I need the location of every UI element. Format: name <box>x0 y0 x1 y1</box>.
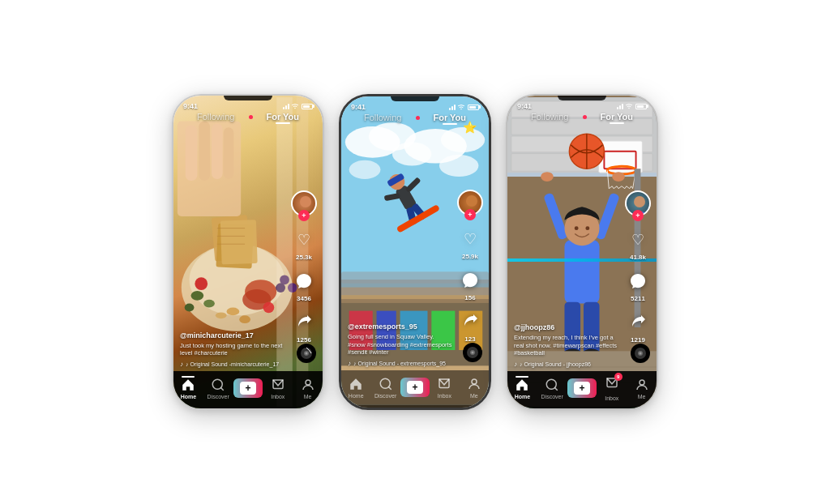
plus-button[interactable]: + <box>233 378 263 398</box>
food-comment-button[interactable]: 3456 <box>292 269 316 302</box>
bball-like-button[interactable]: ♡ 41.8k <box>626 228 650 261</box>
discover-label: Discover <box>208 394 229 399</box>
bball-follow-button[interactable]: + <box>632 210 644 221</box>
bball-likes-count: 41.8k <box>630 254 646 261</box>
svg-point-65 <box>380 378 390 388</box>
snow-shares-count: 123 <box>464 335 475 343</box>
food-shares-count: 1256 <box>297 336 311 344</box>
food-nav-discover[interactable]: Discover <box>203 378 233 399</box>
svg-point-39 <box>392 142 431 165</box>
snow-sound-info: ♪ ♪ Original Sound - extremesports_95 <box>348 360 452 367</box>
status-time-food: 9:41 <box>183 102 198 110</box>
phone-snow-side-actions: + ♡ 25.9k 156 <box>457 190 483 343</box>
bball-me-label: Me <box>638 394 646 399</box>
phone-basketball-wrapper: 9:41 <box>506 94 658 410</box>
bball-nav-plus[interactable]: + <box>567 378 597 398</box>
snow-inbox-label: Inbox <box>438 393 451 399</box>
svg-point-27 <box>216 312 227 318</box>
snow-nav-discover[interactable]: Discover <box>370 377 400 399</box>
music-note-icon: ♪ <box>180 361 183 368</box>
svg-point-98 <box>640 352 642 355</box>
svg-rect-19 <box>186 125 198 181</box>
basketball-status-icons <box>617 103 647 109</box>
svg-point-100 <box>640 380 644 385</box>
snow-caption: Going full send in Squaw Valley. #snow #… <box>348 333 452 357</box>
food-nav-me[interactable]: Me <box>293 378 323 399</box>
home-label: Home <box>181 394 196 399</box>
phone-food-screen: 9:41 <box>173 96 323 408</box>
bball-battery-icon <box>635 104 647 109</box>
phone-food-notch <box>224 96 272 100</box>
food-nav-plus[interactable]: + <box>233 378 263 398</box>
bball-nav-home[interactable]: Home <box>507 378 537 399</box>
for-you-tab[interactable]: For You <box>266 112 299 122</box>
snow-share-icon <box>458 310 482 334</box>
following-tab[interactable]: Following <box>197 112 234 122</box>
snow-like-button[interactable]: ♡ 25.9k <box>458 227 482 260</box>
bball-comment-button[interactable]: 5211 <box>626 269 650 302</box>
phone-food-nav-tabs: Following For You <box>173 112 323 122</box>
food-nav-home[interactable]: Home <box>173 378 203 399</box>
snow-following-tab[interactable]: Following <box>364 113 401 122</box>
svg-point-31 <box>306 352 308 355</box>
svg-rect-21 <box>212 123 223 179</box>
snow-discover-icon <box>379 377 393 391</box>
snow-nav-home[interactable]: Home <box>341 377 370 399</box>
me-label: Me <box>304 394 312 399</box>
phone-basketball-side-actions: + ♡ 41.8k 5211 <box>625 190 651 344</box>
snow-for-you-tab[interactable]: For You <box>433 113 466 122</box>
snow-heart-icon: ♡ <box>458 227 482 251</box>
food-sound-info: ♪ ♪ Original Sound -minicharcuterie_17 <box>180 361 286 368</box>
status-time-basketball: 9:41 <box>517 102 532 110</box>
home-icon <box>181 378 195 392</box>
svg-point-25 <box>227 308 240 316</box>
svg-point-8 <box>191 291 204 301</box>
status-time-snow: 9:41 <box>351 103 366 111</box>
snow-follow-button[interactable]: + <box>464 209 476 220</box>
plus-icon: + <box>240 382 256 395</box>
bball-share-button[interactable]: 1219 <box>626 310 650 344</box>
food-follow-button[interactable]: + <box>298 210 310 221</box>
bball-shares-count: 1219 <box>631 336 645 344</box>
food-like-button[interactable]: ♡ 25.3k <box>292 228 316 261</box>
bball-heart-icon: ♡ <box>626 228 650 252</box>
live-dot <box>249 115 253 119</box>
bball-for-you-tab[interactable]: For You <box>600 112 633 122</box>
snow-nav-plus[interactable]: + <box>400 378 430 397</box>
food-nav-inbox[interactable]: Inbox <box>263 378 293 399</box>
bball-inbox-label: Inbox <box>605 395 618 401</box>
bball-comments-count: 5211 <box>631 295 645 302</box>
food-share-button[interactable]: 1256 <box>292 310 316 344</box>
snow-nav-me[interactable]: Me <box>460 377 489 399</box>
snow-comment-button[interactable]: 156 <box>458 268 482 301</box>
svg-point-82 <box>541 172 554 182</box>
bball-nav-inbox[interactable]: 9 Inbox <box>597 376 627 401</box>
phone-snow-screen: ⭐ 9:41 <box>341 96 489 408</box>
svg-point-9 <box>203 300 215 308</box>
inbox-badge: 9 <box>614 373 622 381</box>
bball-plus-button[interactable]: + <box>567 378 597 398</box>
bball-following-tab[interactable]: Following <box>531 112 568 122</box>
bball-username: @jjhoopz86 <box>514 323 620 331</box>
bball-nav-me[interactable]: Me <box>627 378 657 399</box>
snow-share-button[interactable]: 123 <box>458 310 482 343</box>
snow-wifi-icon <box>457 104 465 110</box>
phone-basketball-nav-tabs: Following For You <box>507 112 657 122</box>
snow-nav-inbox[interactable]: Inbox <box>430 377 459 399</box>
svg-point-41 <box>439 155 478 177</box>
bball-sound-info: ♪ ♪ Original Sound - jjhoopz86 <box>514 361 620 368</box>
bball-nav-discover[interactable]: Discover <box>537 378 567 399</box>
food-comments-count: 3456 <box>297 295 311 302</box>
snow-me-label: Me <box>470 393 478 399</box>
food-avatar-container: + <box>291 190 317 216</box>
bball-tiktok-icon <box>634 347 647 360</box>
snow-plus-button[interactable]: + <box>400 378 430 397</box>
snow-bottom-nav: Home Discover + <box>341 370 489 408</box>
svg-point-40 <box>349 160 381 179</box>
food-bottom-nav: Home Discover + <box>173 371 323 408</box>
snow-signal-icon <box>449 104 456 110</box>
snow-plus-icon: + <box>407 381 423 394</box>
phones-container: 9:41 <box>156 78 674 426</box>
tiktok-icon <box>300 347 313 360</box>
phone-snow: ⭐ 9:41 <box>339 94 491 410</box>
